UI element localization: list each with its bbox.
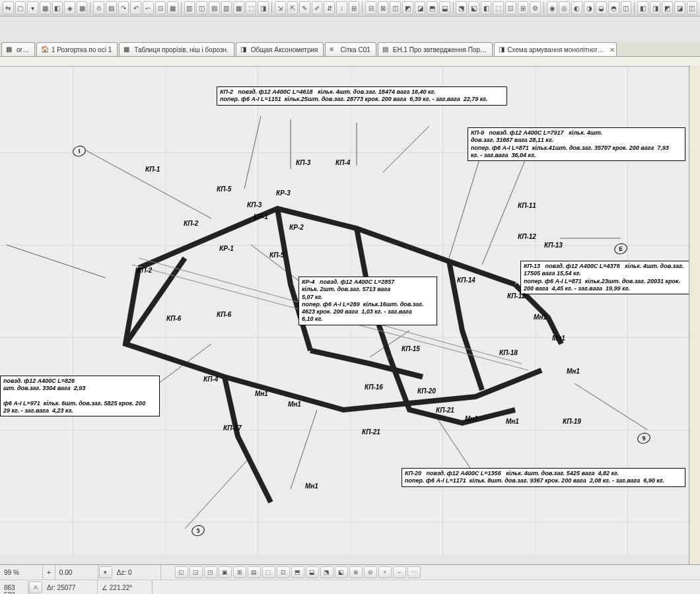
toolbar-button[interactable]: ◨	[650, 1, 661, 15]
toolbar-button[interactable]: ▦	[233, 1, 244, 15]
toolbar-button[interactable]: ⊠	[378, 1, 389, 15]
status-tool-button[interactable]: ◲	[190, 566, 203, 578]
toolbar-button[interactable]: ⊟	[365, 1, 376, 15]
view-tab[interactable]: 🏠1 Розгортка по осі 1	[36, 42, 118, 56]
toolbar-button[interactable]: ▥	[221, 1, 232, 15]
toolbar-button[interactable]: ▦	[77, 1, 88, 15]
callout-kp9: КП-9 повзд. ф12 А400С L=7917 кільк. 4шт.…	[468, 127, 685, 161]
toolbar-button[interactable]: ◉	[547, 1, 558, 15]
drawing-canvas[interactable]: КП-2 повзд. ф12 А400С L=4618 кільк. 4шт.…	[0, 67, 700, 555]
toolbar-button[interactable]: ▦	[167, 1, 178, 15]
status-tool-button[interactable]: ◱	[175, 566, 188, 578]
toolbar-button[interactable]: ◪	[674, 1, 685, 15]
zoom-in-button[interactable]: +	[43, 565, 55, 579]
tag-mn1h: Мн1	[255, 390, 268, 397]
toolbar-button[interactable]: ◩	[402, 1, 413, 15]
tab-icon: ◨	[240, 46, 248, 53]
toolbar-button[interactable]: ◫	[196, 1, 207, 15]
toolbar-button[interactable]: ✎	[299, 1, 310, 15]
tag-mn1d: Мн1	[506, 418, 519, 425]
toolbar-button[interactable]: ⬒	[427, 1, 438, 15]
toolbar-button[interactable]: ⬕	[468, 1, 479, 15]
view-tab[interactable]: ◨Схема армування монолітног…✕	[494, 42, 617, 56]
toolbar-button[interactable]: ◒	[596, 1, 607, 15]
status-tool-button[interactable]: ⬔	[320, 566, 333, 578]
toolbar-button[interactable]: ◧	[52, 1, 63, 15]
view-tab[interactable]: ▦Таблиця прорізів, ніш і борозн.	[119, 42, 234, 56]
view-tab[interactable]: ▤ЕН.1 Про затвердження Пор…	[378, 42, 493, 56]
tag-kr3: КР-3	[276, 189, 291, 197]
toolbar-button[interactable]: ⇵	[324, 1, 335, 15]
status-tool-button[interactable]: ⬒	[291, 566, 304, 578]
toolbar-button[interactable]: ◧	[637, 1, 648, 15]
tag-kp21b: КП-21	[362, 428, 380, 436]
toolbar-button[interactable]: ⬚	[246, 1, 257, 15]
toolbar-button[interactable]: ⇲	[275, 1, 286, 15]
status-tool-button[interactable]: ⋯	[407, 566, 421, 578]
tag-kp19: КП-19	[563, 418, 581, 425]
toolbar-button[interactable]: ▤	[209, 1, 220, 15]
status-tool-button[interactable]: –	[393, 566, 406, 578]
toolbar-button[interactable]: ⊞	[349, 1, 360, 15]
status-tool-button[interactable]: ▤	[248, 566, 261, 578]
toolbar-button[interactable]: ⊡	[155, 1, 166, 15]
toolbar-button[interactable]: ◑	[584, 1, 595, 15]
status-tool-button[interactable]: ⬓	[306, 566, 319, 578]
tab-icon: ▦	[123, 46, 131, 53]
status-tool-button[interactable]: ⬚	[262, 566, 275, 578]
toolbar-button[interactable]: ⇆	[3, 1, 14, 15]
status-tool-button[interactable]: ▣	[219, 566, 232, 578]
toolbar-button[interactable]: ▾	[27, 1, 38, 15]
toolbar-button[interactable]: ⚙	[530, 1, 541, 15]
toolbar-button[interactable]: ⊡	[505, 1, 516, 15]
toolbar-button[interactable]: ◎	[559, 1, 570, 15]
status-tool-button[interactable]: ⊕	[349, 566, 363, 578]
status-tool-button[interactable]: ⬕	[335, 566, 348, 578]
toolbar-button[interactable]: ◫	[687, 1, 698, 15]
toolbar-button[interactable]: ◨	[258, 1, 269, 15]
vertical-scrollbar[interactable]	[689, 65, 700, 565]
status-tool-button[interactable]: ⊡	[277, 566, 290, 578]
toolbar-button[interactable]: ◧	[481, 1, 492, 15]
view-tab[interactable]: ◨Общая Аксонометрия	[236, 42, 324, 56]
toolbar-button[interactable]: ⤺	[143, 1, 154, 15]
status-tool-button[interactable]: ⊖	[364, 566, 377, 578]
toolbar-button[interactable]: ◩	[662, 1, 673, 15]
toolbar-button[interactable]: ↷	[118, 1, 129, 15]
toolbar-button[interactable]: ▦	[40, 1, 51, 15]
status-tool-button[interactable]: ⊞	[233, 566, 246, 578]
coord-y: 523	[0, 579, 28, 594]
toolbar-button[interactable]: ▢	[15, 1, 26, 15]
zoom-down-icon[interactable]: ▾	[99, 566, 112, 578]
toolbar-button[interactable]: ◈	[64, 1, 75, 15]
toolbar-button[interactable]: ↕	[336, 1, 347, 15]
tag-kr3b: КП-3	[247, 201, 262, 209]
tag-kr2: КР-2	[289, 224, 304, 231]
status-tool-button[interactable]: +	[378, 566, 392, 578]
toolbar-button[interactable]: ⬓	[439, 1, 450, 15]
toolbar-button[interactable]: ⬔	[456, 1, 467, 15]
toolbar-button[interactable]: ◐	[571, 1, 582, 15]
view-tab[interactable]: ≡Сітка С01	[325, 42, 376, 56]
toolbar-button[interactable]: ◪	[415, 1, 426, 15]
toolbar-button[interactable]: ✐	[312, 1, 323, 15]
view-tab[interactable]: ▦or…	[1, 42, 35, 56]
toolbar-button[interactable]: ◫	[390, 1, 401, 15]
toolbar-button[interactable]: ⇱	[287, 1, 298, 15]
toolbar-button[interactable]: ⬚	[493, 1, 504, 15]
toolbar-button[interactable]: ◓	[608, 1, 619, 15]
status-tool-button[interactable]: ◳	[204, 566, 217, 578]
tab-label: Сітка С01	[340, 46, 370, 53]
callout-kp4: КР-4 повзд. ф12 А400С L=2857 кільк. 2шт.…	[298, 277, 437, 325]
toolbar-button[interactable]: ⊞	[518, 1, 529, 15]
zoom-level[interactable]: 99 %	[0, 565, 43, 579]
font-icon[interactable]: A	[29, 581, 42, 593]
toolbar-button[interactable]: ↶	[130, 1, 141, 15]
tag-kp6b: КП-6	[166, 315, 181, 322]
tag-kp18: КП-18	[499, 349, 518, 356]
toolbar-button[interactable]: ▤	[106, 1, 117, 15]
toolbar-button[interactable]: ⛭	[93, 1, 104, 15]
toolbar-button[interactable]: ◫	[621, 1, 632, 15]
close-icon[interactable]: ✕	[610, 46, 615, 53]
toolbar-button[interactable]: ▥	[184, 1, 195, 15]
